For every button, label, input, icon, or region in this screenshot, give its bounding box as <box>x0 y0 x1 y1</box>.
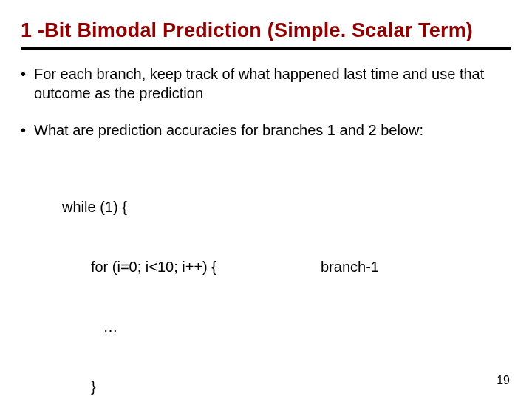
bullet-1: • For each branch, keep track of what ha… <box>21 64 511 103</box>
title-rule <box>21 47 511 50</box>
bullet-list: • For each branch, keep track of what ha… <box>21 64 511 399</box>
code-block: while (1) { for (i=0; i<10; i++) { branc… <box>62 157 511 399</box>
slide: 1 -Bit Bimodal Prediction (Simple. Scala… <box>0 0 532 399</box>
branch-label-1: branch-1 <box>321 257 379 277</box>
code-line: while (1) { <box>62 197 321 217</box>
page-number: 19 <box>497 374 510 387</box>
bullet-1-text: For each branch, keep track of what happ… <box>34 64 511 103</box>
code-line: … <box>62 317 321 337</box>
code-line: } <box>62 377 321 397</box>
code-line: for (i=0; i<10; i++) { <box>62 257 321 277</box>
bullet-2: • What are prediction accuracies for bra… <box>21 120 511 140</box>
slide-title: 1 -Bit Bimodal Prediction (Simple. Scala… <box>21 19 511 42</box>
bullet-dot-icon: • <box>21 64 34 83</box>
bullet-dot-icon: • <box>21 120 34 140</box>
bullet-2-text: What are prediction accuracies for branc… <box>34 120 511 140</box>
